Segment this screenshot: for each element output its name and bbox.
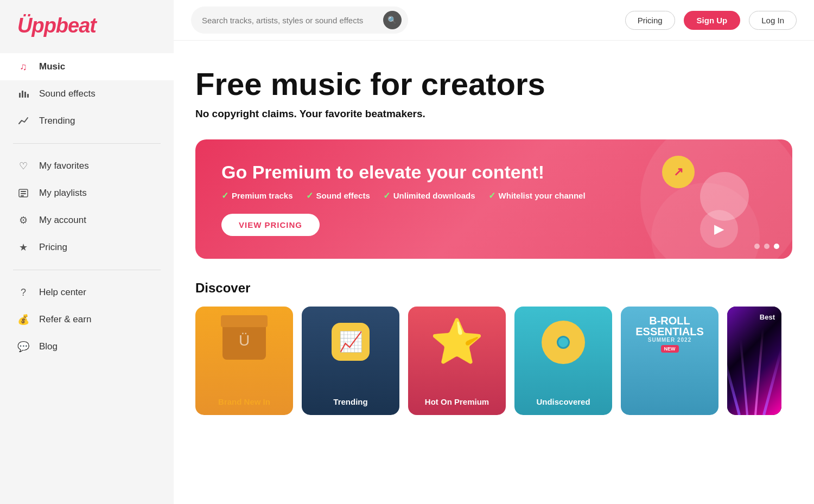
card-label: Hot On Premium — [425, 397, 489, 406]
sidebar-item-label: My playlists — [39, 188, 156, 199]
card-label: Undiscovered — [536, 397, 590, 406]
content: Free music for creators No copyright cla… — [174, 41, 814, 504]
sidebar-item-music[interactable]: ♫ Music — [0, 53, 174, 80]
trending-chart-icon — [17, 115, 29, 127]
check-icon: ✓ — [306, 190, 313, 201]
gear-icon: ⚙ — [17, 214, 29, 226]
lights-bg — [727, 307, 781, 415]
playlist-icon — [17, 187, 29, 199]
vinyl-inner — [557, 336, 570, 349]
banner-feature-1: ✓ Premium tracks — [221, 190, 293, 201]
dot-3 — [774, 244, 779, 249]
sidebar-item-pricing[interactable]: ★ Pricing — [0, 234, 174, 261]
sidebar-item-my-account[interactable]: ⚙ My account — [0, 207, 174, 234]
feature-label: Sound effects — [316, 191, 370, 200]
question-icon: ? — [17, 286, 29, 298]
banner-feature-4: ✓ Whitelist your channel — [488, 190, 586, 201]
broll-essentials: ESSENTIALS — [634, 326, 705, 337]
banner-feature-2: ✓ Sound effects — [306, 190, 370, 201]
header: 🔍 Pricing Sign Up Log In — [174, 0, 814, 41]
hero-title: Free music for creators — [195, 67, 792, 101]
search-icon: 🔍 — [387, 16, 397, 24]
sidebar-item-label: My favorites — [39, 161, 156, 171]
premium-banner[interactable]: ↗ ▶ Go Premium to elevate your content! … — [195, 139, 792, 259]
dot-2 — [764, 244, 770, 249]
discover-card-brand-new[interactable]: Brand New In — [195, 307, 293, 415]
sidebar-item-my-favorites[interactable]: ♡ My favorites — [0, 152, 174, 180]
trend-icon: 📈 — [332, 323, 370, 361]
sidebar: Üppbeat ♫ Music Sound effects — [0, 0, 174, 504]
banner-decoration-2 — [700, 172, 749, 221]
sidebar-item-label: Music — [39, 61, 156, 72]
sidebar-item-label: Trending — [39, 116, 156, 126]
discover-card-trending[interactable]: 📈 Trending — [302, 307, 399, 415]
heart-icon: ♡ — [17, 160, 29, 172]
search-input[interactable] — [202, 16, 379, 25]
broll-sub: SUMMER 2022 — [634, 337, 705, 343]
sound-bars-icon — [17, 88, 29, 100]
card-label: Best — [760, 313, 775, 321]
sidebar-item-blog[interactable]: 💬 Blog — [0, 333, 174, 360]
broll-badge: NEW — [661, 345, 679, 353]
feature-label: Premium tracks — [232, 191, 293, 200]
check-icon: ✓ — [488, 190, 495, 201]
svg-rect-3 — [27, 94, 29, 98]
discover-card-best[interactable]: Best — [727, 307, 781, 415]
vinyl-icon — [542, 321, 585, 364]
sidebar-divider-1 — [13, 143, 161, 144]
banner-features: ✓ Premium tracks ✓ Sound effects ✓ Unlim… — [221, 190, 766, 201]
svg-rect-6 — [21, 193, 26, 194]
sidebar-item-label: My account — [39, 215, 156, 226]
nav-primary: ♫ Music Sound effects Trending — [0, 49, 174, 139]
sidebar-item-label: Sound effects — [39, 88, 156, 99]
sidebar-item-label: Blog — [39, 341, 156, 352]
sidebar-divider-2 — [13, 270, 161, 270]
hero-subtitle: No copyright claims. Your favorite beatm… — [195, 108, 792, 120]
search-button[interactable]: 🔍 — [383, 11, 402, 29]
logo-area: Üppbeat — [0, 0, 174, 49]
sidebar-item-label: Pricing — [39, 242, 156, 253]
check-icon: ✓ — [383, 190, 390, 201]
discover-card-undiscovered[interactable]: Undiscovered — [514, 307, 612, 415]
logo: Üppbeat — [17, 15, 156, 36]
signup-button[interactable]: Sign Up — [684, 11, 741, 30]
broll-text: B-ROLL ESSENTIALS SUMMER 2022 NEW — [634, 315, 705, 353]
sidebar-item-refer-earn[interactable]: 💰 Refer & earn — [0, 306, 174, 333]
discover-card-broll[interactable]: B-ROLL ESSENTIALS SUMMER 2022 NEW B-Roll — [621, 307, 718, 415]
card-label: Brand New In — [218, 397, 270, 406]
svg-rect-5 — [21, 191, 26, 192]
svg-rect-7 — [21, 195, 24, 196]
sidebar-item-my-playlists[interactable]: My playlists — [0, 180, 174, 207]
sidebar-item-trending[interactable]: Trending — [0, 107, 174, 135]
card-label: Trending — [333, 397, 367, 406]
banner-feature-3: ✓ Unlimited downloads — [383, 190, 475, 201]
feature-label: Whitelist your channel — [499, 191, 586, 200]
box-icon — [222, 322, 266, 360]
view-pricing-button[interactable]: VIEW PRICING — [221, 214, 320, 236]
banner-decoration-1: ↗ — [662, 156, 695, 188]
discover-cards: Brand New In 📈 Trending ⭐ Hot On Premium… — [195, 307, 792, 415]
search-bar[interactable]: 🔍 — [191, 7, 408, 34]
nav-tertiary: ? Help center 💰 Refer & earn 💬 Blog — [0, 275, 174, 365]
banner-dots — [754, 244, 779, 249]
chat-icon: 💬 — [17, 341, 29, 353]
nav-secondary: ♡ My favorites My playlists ⚙ My account… — [0, 148, 174, 265]
discover-title: Discover — [195, 280, 792, 296]
music-note-icon: ♫ — [17, 61, 29, 73]
dot-1 — [754, 244, 760, 249]
hot-icon: ⭐ — [430, 316, 484, 367]
pricing-button[interactable]: Pricing — [625, 11, 675, 30]
feature-label: Unlimited downloads — [393, 191, 475, 200]
svg-rect-0 — [19, 93, 21, 98]
sidebar-item-help-center[interactable]: ? Help center — [0, 279, 174, 306]
main: 🔍 Pricing Sign Up Log In Free music for … — [174, 0, 814, 504]
svg-rect-2 — [24, 92, 26, 98]
check-icon: ✓ — [221, 190, 228, 201]
sidebar-item-label: Help center — [39, 287, 156, 298]
money-bag-icon: 💰 — [17, 314, 29, 326]
login-button[interactable]: Log In — [749, 11, 797, 30]
broll-title: B-ROLL — [634, 315, 705, 326]
discover-card-hot-premium[interactable]: ⭐ Hot On Premium — [408, 307, 506, 415]
sidebar-item-sound-effects[interactable]: Sound effects — [0, 80, 174, 107]
star-icon: ★ — [17, 241, 29, 253]
